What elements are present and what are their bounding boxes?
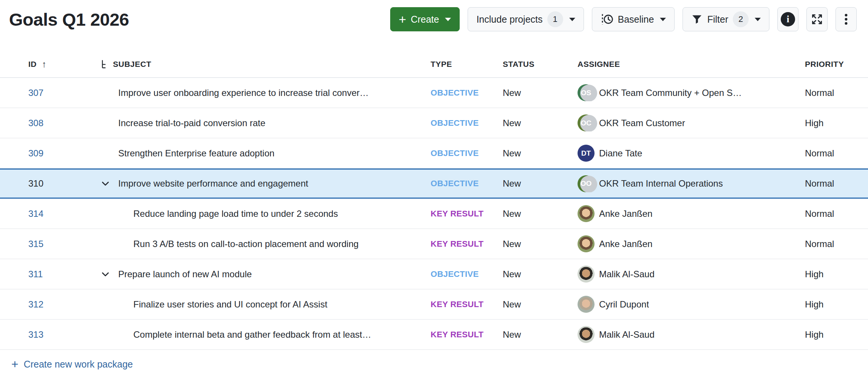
row-subject[interactable]: Complete internal beta and gather feedba… bbox=[118, 329, 431, 340]
page-title: Goals Q1 2026 bbox=[9, 9, 129, 30]
chevron-down-icon bbox=[569, 18, 575, 21]
row-id-link[interactable]: 314 bbox=[28, 209, 43, 219]
row-priority[interactable]: High bbox=[805, 329, 868, 340]
row-type[interactable]: OBJECTIVE bbox=[431, 88, 503, 98]
row-id-link[interactable]: 313 bbox=[28, 329, 43, 340]
row-assignee-cell[interactable]: Malik Al-Saud bbox=[578, 326, 805, 343]
row-assignee-name: OKR Team Internal Operations bbox=[599, 178, 723, 189]
plus-icon: + bbox=[399, 13, 406, 26]
row-toggle-cell bbox=[100, 269, 118, 280]
more-options-button[interactable] bbox=[836, 7, 857, 31]
row-id-link[interactable]: 315 bbox=[28, 239, 43, 249]
row-assignee-cell[interactable]: Anke Janßen bbox=[578, 235, 805, 252]
table-row[interactable]: 308 Increase trial-to-paid conversion ra… bbox=[0, 108, 868, 138]
row-assignee-cell[interactable]: Anke Janßen bbox=[578, 205, 805, 222]
row-subject[interactable]: Increase trial-to-paid conversion rate bbox=[118, 118, 431, 128]
row-assignee-cell[interactable]: Malik Al-Saud bbox=[578, 266, 805, 283]
info-button[interactable]: i bbox=[777, 7, 798, 31]
row-subject[interactable]: Run 3 A/B tests on call-to-action placem… bbox=[118, 239, 431, 249]
create-new-work-package-link[interactable]: + Create new work package bbox=[11, 358, 133, 370]
row-subject[interactable]: Improve user onboarding experience to in… bbox=[118, 88, 431, 98]
row-subject[interactable]: Prepare launch of new AI module bbox=[118, 269, 431, 280]
table-row[interactable]: 311 Prepare launch of new AI module OBJE… bbox=[0, 259, 868, 289]
row-status[interactable]: New bbox=[503, 239, 578, 249]
collapse-children-icon[interactable] bbox=[100, 269, 111, 280]
row-type[interactable]: KEY RESULT bbox=[431, 330, 503, 340]
column-header-priority[interactable]: PRIORITY bbox=[805, 60, 868, 69]
row-status[interactable]: New bbox=[503, 299, 578, 310]
row-assignee-cell[interactable]: OC OKR Team Customer bbox=[578, 114, 805, 131]
row-id-link[interactable]: 311 bbox=[28, 269, 43, 279]
row-status[interactable]: New bbox=[503, 178, 578, 189]
include-projects-count-badge: 1 bbox=[547, 11, 563, 27]
row-status[interactable]: New bbox=[503, 329, 578, 340]
topbar: Goals Q1 2026 + Create Include projects … bbox=[0, 0, 868, 32]
row-id-cell: 315 bbox=[28, 239, 100, 249]
collapse-children-icon[interactable] bbox=[100, 178, 111, 189]
avatar-photo bbox=[578, 266, 595, 283]
row-type[interactable]: OBJECTIVE bbox=[431, 269, 503, 279]
row-assignee-name: Diane Tate bbox=[599, 148, 642, 159]
table-body: 307 Improve user onboarding experience t… bbox=[0, 78, 868, 350]
row-id-cell: 313 bbox=[28, 329, 100, 340]
table-row[interactable]: 313 Complete internal beta and gather fe… bbox=[0, 320, 868, 350]
avatar: OS bbox=[578, 84, 595, 101]
row-type[interactable]: KEY RESULT bbox=[431, 300, 503, 309]
row-subject[interactable]: Improve website performance and engageme… bbox=[118, 178, 431, 189]
table-row[interactable]: 312 Finalize user stories and UI concept… bbox=[0, 289, 868, 320]
column-header-subject[interactable]: SUBJECT bbox=[100, 59, 431, 69]
row-assignee-cell[interactable]: OO OKR Team Internal Operations bbox=[578, 175, 805, 192]
column-header-assignee[interactable]: ASSIGNEE bbox=[578, 60, 805, 69]
row-priority[interactable]: Normal bbox=[805, 178, 868, 189]
row-status[interactable]: New bbox=[503, 148, 578, 159]
row-priority[interactable]: Normal bbox=[805, 209, 868, 219]
row-assignee-name: Anke Janßen bbox=[599, 209, 652, 219]
column-header-type[interactable]: TYPE bbox=[431, 60, 503, 69]
row-id-link[interactable]: 312 bbox=[28, 299, 43, 309]
table-row[interactable]: 309 Strengthen Enterprise feature adopti… bbox=[0, 138, 868, 168]
column-header-status[interactable]: STATUS bbox=[503, 60, 578, 69]
table-row[interactable]: 314 Reduce landing page load time to und… bbox=[0, 199, 868, 229]
create-button[interactable]: + Create bbox=[390, 7, 460, 31]
row-status[interactable]: New bbox=[503, 209, 578, 219]
row-priority[interactable]: High bbox=[805, 118, 868, 128]
table-row[interactable]: 307 Improve user onboarding experience t… bbox=[0, 78, 868, 108]
row-subject[interactable]: Strengthen Enterprise feature adoption bbox=[118, 148, 431, 159]
row-id-cell: 312 bbox=[28, 299, 100, 310]
row-status[interactable]: New bbox=[503, 269, 578, 280]
table-row[interactable]: 315 Run 3 A/B tests on call-to-action pl… bbox=[0, 229, 868, 259]
avatar-photo bbox=[578, 235, 595, 252]
baseline-button[interactable]: Baseline bbox=[592, 7, 675, 31]
row-id-link[interactable]: 310 bbox=[28, 178, 43, 188]
create-button-label: Create bbox=[411, 14, 439, 25]
fullscreen-button[interactable] bbox=[806, 7, 828, 31]
include-projects-label: Include projects bbox=[476, 14, 542, 25]
row-priority[interactable]: Normal bbox=[805, 148, 868, 159]
row-priority[interactable]: High bbox=[805, 299, 868, 310]
row-type[interactable]: OBJECTIVE bbox=[431, 148, 503, 158]
filter-button[interactable]: Filter 2 bbox=[683, 7, 769, 31]
row-status[interactable]: New bbox=[503, 88, 578, 98]
row-subject[interactable]: Finalize user stories and UI concept for… bbox=[118, 299, 431, 310]
row-type[interactable]: OBJECTIVE bbox=[431, 179, 503, 188]
row-priority[interactable]: Normal bbox=[805, 88, 868, 98]
row-toggle-cell bbox=[100, 239, 118, 249]
include-projects-button[interactable]: Include projects 1 bbox=[468, 7, 584, 31]
row-type[interactable]: KEY RESULT bbox=[431, 209, 503, 219]
row-id-link[interactable]: 308 bbox=[28, 118, 43, 128]
row-type[interactable]: OBJECTIVE bbox=[431, 118, 503, 128]
row-priority[interactable]: High bbox=[805, 269, 868, 280]
row-status[interactable]: New bbox=[503, 118, 578, 128]
row-id-link[interactable]: 309 bbox=[28, 148, 43, 158]
row-id-link[interactable]: 307 bbox=[28, 88, 43, 98]
table-row[interactable]: 310 Improve website performance and enga… bbox=[0, 168, 868, 199]
row-assignee-cell[interactable]: DT Diane Tate bbox=[578, 145, 805, 162]
row-assignee-cell[interactable]: OS OKR Team Community + Open S… bbox=[578, 84, 805, 101]
row-priority[interactable]: Normal bbox=[805, 239, 868, 249]
row-id-cell: 307 bbox=[28, 88, 100, 98]
row-subject[interactable]: Reduce landing page load time to under 2… bbox=[118, 209, 431, 219]
row-type[interactable]: KEY RESULT bbox=[431, 239, 503, 249]
column-header-id[interactable]: ID ↑ bbox=[28, 59, 100, 70]
row-id-cell: 308 bbox=[28, 118, 100, 128]
row-assignee-cell[interactable]: Cyril Dupont bbox=[578, 296, 805, 313]
